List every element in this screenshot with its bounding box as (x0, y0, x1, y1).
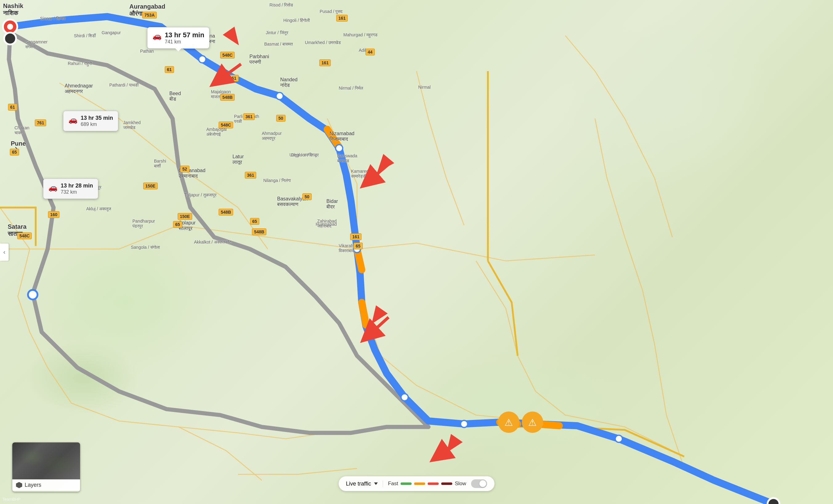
svg-marker-10 (441, 434, 462, 457)
svg-point-12 (7, 24, 13, 29)
route-tooltip-1[interactable]: 🚗 13 hr 57 min 741 km (147, 27, 209, 49)
layers-thumbnail (12, 442, 80, 479)
map-container: ⚠ ⚠ Nashikनाशिक Aurangabadऔरंगाबाद Puneप… (0, 0, 833, 504)
svg-point-4 (401, 394, 408, 401)
road-badge-61-2: 61 (165, 66, 174, 73)
road-badge-52: 52 (180, 166, 189, 172)
road-badge-61-1: 61 (8, 104, 17, 111)
traffic-fast-label: Fast (388, 481, 398, 487)
svg-point-15 (28, 290, 38, 299)
route-distance-2: 689 km (81, 122, 113, 127)
road-badge-548b-2: 548B (219, 209, 233, 216)
svg-text:⚠: ⚠ (528, 417, 537, 428)
road-badge-161-2: 161 (319, 59, 331, 66)
route-distance-3: 732 km (61, 189, 93, 195)
road-badge-548c-2: 548C (219, 122, 233, 128)
traffic-dropdown-label: Live traffic (346, 481, 371, 487)
route-time-2: 13 hr 35 min (81, 115, 113, 122)
road-badge-548c-3: 548C (17, 233, 32, 239)
road-badge-44: 44 (365, 49, 375, 55)
traffic-segment-fast (401, 482, 412, 485)
collapse-button[interactable]: ‹ (0, 243, 9, 261)
traffic-bar[interactable]: Live traffic Fast Slow (338, 476, 495, 491)
road-badge-161-1: 161 (336, 15, 348, 22)
layers-label: Layers (12, 479, 80, 491)
svg-point-6 (615, 435, 622, 442)
car-icon-1: 🚗 (152, 32, 162, 40)
traffic-segment-moderate (414, 482, 425, 485)
svg-text:⚠: ⚠ (504, 417, 513, 428)
road-badge-548b-3: 548B (252, 229, 266, 235)
road-badge-548b-1: 548B (220, 94, 235, 101)
road-badge-361-1: 361 (243, 113, 255, 120)
road-badge-361-2: 361 (245, 172, 256, 178)
road-badge-753a: 753A (142, 12, 157, 19)
svg-point-0 (199, 56, 206, 63)
road-badge-50-1: 50 (276, 115, 285, 122)
car-icon-3: 🚗 (48, 183, 57, 192)
road-badge-61-3: 61 (230, 75, 239, 81)
svg-point-1 (276, 92, 283, 99)
roads-svg: ⚠ ⚠ (0, 0, 833, 504)
collapse-icon: ‹ (3, 248, 5, 256)
svg-point-2 (336, 145, 343, 152)
watermark: TeamBHP (2, 497, 21, 502)
svg-point-14 (767, 498, 780, 504)
traffic-toggle[interactable] (471, 479, 487, 488)
road-badge-150e-2: 150E (178, 213, 192, 220)
route-time-1: 13 hr 57 min (165, 31, 204, 39)
layers-diamond-icon (16, 482, 22, 488)
traffic-legend: Fast Slow (388, 481, 466, 487)
road-badge-65-1: 65 (10, 149, 19, 155)
svg-marker-8 (372, 154, 394, 177)
route-time-3: 13 hr 28 min (61, 183, 93, 189)
traffic-slow-label: Slow (455, 481, 466, 487)
road-badge-161-3: 161 (350, 233, 361, 240)
traffic-segment-very-slow (441, 482, 452, 485)
road-badge-761: 761 (35, 119, 46, 126)
road-badge-50-2: 50 (303, 193, 312, 200)
road-badge-160: 160 (48, 211, 60, 218)
chevron-down-icon (374, 482, 378, 485)
traffic-segment-slow (428, 482, 439, 485)
road-badge-65-2: 65 (173, 221, 182, 228)
route-tooltip-2[interactable]: 🚗 13 hr 35 min 689 km (63, 111, 118, 131)
svg-marker-7 (223, 27, 244, 50)
layers-button[interactable]: Layers (12, 442, 80, 492)
tooltip-arrow-1 (175, 48, 182, 51)
car-icon-2: 🚗 (68, 116, 78, 124)
road-badge-150e-1: 150E (143, 183, 158, 189)
traffic-dropdown[interactable]: Live traffic (346, 481, 383, 487)
route-tooltip-3[interactable]: 🚗 13 hr 28 min 732 km (43, 178, 98, 199)
road-badge-65-3: 65 (250, 218, 259, 225)
route-distance-1: 741 km (165, 39, 204, 45)
svg-point-13 (4, 33, 16, 45)
road-badge-65-4: 65 (354, 243, 363, 249)
svg-point-5 (460, 420, 468, 427)
road-badge-548c-1: 548C (220, 52, 235, 58)
